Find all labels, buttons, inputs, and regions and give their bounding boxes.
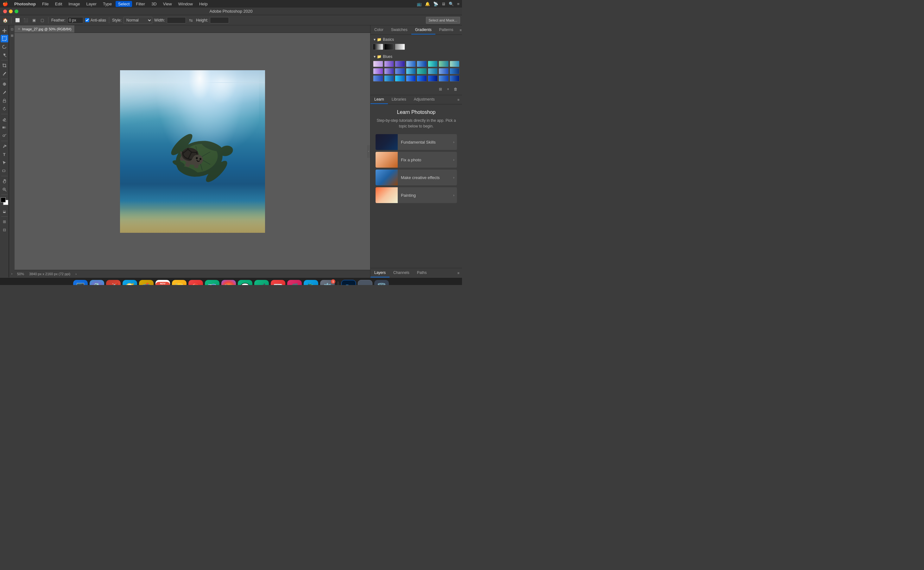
doc-tab-close-icon[interactable]: ✕	[18, 27, 20, 31]
close-button[interactable]	[3, 9, 7, 13]
artboard-tool[interactable]: ⊟	[1, 226, 8, 234]
move-tool[interactable]	[1, 26, 8, 34]
gradient-swatch[interactable]	[384, 44, 394, 50]
gradient-swatch-blue-14[interactable]	[438, 68, 449, 74]
menu-type[interactable]: Type	[100, 1, 114, 7]
dock-photoshop[interactable]: Ps	[341, 280, 356, 285]
menu-edit[interactable]: Edit	[52, 1, 65, 7]
dock-finder[interactable]: 🖥️	[73, 280, 88, 285]
menu-image[interactable]: Image	[66, 1, 82, 7]
gradient-swatch-blue-7[interactable]	[450, 61, 460, 67]
swap-icon[interactable]: ⇆	[188, 17, 194, 23]
zoom-tool[interactable]	[1, 186, 8, 193]
dock-downloads[interactable]: ↓	[358, 280, 372, 285]
status-arrow[interactable]: ›	[75, 272, 77, 276]
magic-wand-tool[interactable]	[1, 51, 8, 59]
minimize-button[interactable]	[9, 9, 13, 13]
gradient-swatch-blue-5[interactable]	[428, 61, 438, 67]
dock-mail[interactable]: 📬	[139, 280, 154, 285]
apple-menu[interactable]: 🍎	[3, 1, 8, 6]
tab-adjustments[interactable]: Adjustments	[410, 95, 438, 104]
height-input[interactable]	[210, 17, 229, 23]
feather-input[interactable]	[68, 17, 83, 23]
gradient-swatch-blue-22[interactable]	[438, 75, 449, 81]
canvas-container[interactable]: ‹	[15, 33, 370, 270]
crop-tool[interactable]	[1, 62, 8, 69]
gradient-swatch-blue-18[interactable]	[395, 75, 405, 81]
gradient-swatch-blue-0[interactable]	[373, 61, 383, 67]
lasso-tool[interactable]	[1, 43, 8, 51]
panel-new-icon[interactable]: +	[445, 86, 451, 92]
learn-item-creative-effects[interactable]: Make creative effects ›	[375, 170, 457, 185]
dock-news[interactable]: 📰	[271, 280, 285, 285]
dock-launchpad[interactable]: 🚀	[106, 280, 121, 285]
shape-tool[interactable]	[1, 167, 8, 175]
tab-paths[interactable]: Paths	[413, 268, 430, 277]
quick-mask-tool[interactable]: ⬓	[1, 207, 8, 215]
tab-gradients[interactable]: Gradients	[411, 25, 435, 34]
mini-icon-1[interactable]: ⊡	[9, 26, 15, 32]
width-input[interactable]	[167, 17, 186, 23]
gradient-swatch[interactable]	[395, 44, 405, 50]
tab-patterns[interactable]: Patterns	[435, 25, 457, 34]
tab-swatches[interactable]: Swatches	[387, 25, 411, 34]
dock-messages[interactable]: 💬	[238, 280, 252, 285]
tab-libraries[interactable]: Libraries	[388, 95, 410, 104]
gradient-swatch-blue-1[interactable]	[384, 61, 394, 67]
gradient-swatch-blue-15[interactable]	[450, 68, 460, 74]
panel-collapse-button[interactable]: ‹	[367, 145, 370, 158]
dock-calendar[interactable]: NOV 4	[155, 280, 170, 285]
path-select-tool[interactable]	[1, 159, 8, 166]
dock-siri[interactable]: 🎙️	[90, 280, 104, 285]
brush-tool[interactable]	[1, 89, 8, 96]
gradient-swatch-blue-3[interactable]	[406, 61, 416, 67]
marquee-overlap-icon[interactable]: ⬛	[23, 17, 29, 23]
panel-options-icon[interactable]: ≡	[457, 25, 462, 34]
dock-reminders[interactable]: 🔴	[188, 280, 203, 285]
foreground-color[interactable]	[1, 198, 6, 202]
marquee-rect-icon[interactable]: ⬜	[14, 17, 21, 23]
tab-learn[interactable]: Learn	[371, 95, 388, 104]
mini-icon-2[interactable]: ⊞	[9, 33, 15, 38]
dock-maps[interactable]: 🗺️	[205, 280, 220, 285]
menu-help[interactable]: Help	[197, 1, 210, 7]
gradient-swatch-blue-12[interactable]	[417, 68, 427, 74]
gradient-swatch[interactable]	[373, 44, 383, 50]
dock-sysprefs[interactable]: ⚙️ 1	[320, 280, 335, 285]
menu-window[interactable]: Window	[176, 1, 195, 7]
menu-3d[interactable]: 3D	[149, 1, 159, 7]
gradient-swatch-blue-11[interactable]	[406, 68, 416, 74]
marquee-add-icon[interactable]: ▣	[31, 17, 37, 23]
gradient-swatch-blue-9[interactable]	[384, 68, 394, 74]
hand-tool[interactable]	[1, 178, 8, 185]
healing-tool[interactable]	[1, 80, 8, 88]
basics-header[interactable]: ▾ 📁 Basics	[372, 37, 460, 42]
gradient-swatch-blue-19[interactable]	[406, 75, 416, 81]
style-select[interactable]: Normal Fixed Ratio Fixed Size	[123, 17, 152, 24]
gradient-swatch-blue-10[interactable]	[395, 68, 405, 74]
tab-channels[interactable]: Channels	[389, 268, 413, 277]
anti-alias-checkbox[interactable]	[85, 18, 89, 22]
learn-item-fundamental[interactable]: Fundamental Skills ›	[375, 134, 457, 150]
marquee-tool[interactable]	[1, 35, 8, 42]
home-icon[interactable]: 🏠	[2, 17, 8, 23]
document-tab[interactable]: ✕ Image_27.jpg @ 50% (RGB/8#)	[15, 25, 75, 32]
gradient-swatch-blue-20[interactable]	[417, 75, 427, 81]
dock-appstore[interactable]: 🛍️	[304, 280, 318, 285]
menu-view[interactable]: View	[161, 1, 174, 7]
dock-facetime[interactable]: 📹	[254, 280, 269, 285]
learn-item-fix-photo[interactable]: Fix a photo ›	[375, 152, 457, 168]
menu-photoshop[interactable]: Photoshop	[12, 1, 38, 7]
stamp-tool[interactable]	[1, 97, 8, 104]
eraser-tool[interactable]	[1, 115, 8, 123]
dock-photos[interactable]: 📷	[221, 280, 236, 285]
gradient-swatch-blue-17[interactable]	[384, 75, 394, 81]
dock-trash[interactable]: 🗑️	[374, 280, 389, 285]
tab-layers[interactable]: Layers	[371, 268, 389, 277]
collapse-icon[interactable]: ›	[9, 271, 15, 276]
menu-file[interactable]: File	[40, 1, 51, 7]
bottom-options-icon[interactable]: ≡	[455, 268, 462, 277]
gradient-swatch-blue-4[interactable]	[417, 61, 427, 67]
panel-delete-icon[interactable]: 🗑	[452, 86, 459, 92]
gradient-tool[interactable]	[1, 124, 8, 131]
